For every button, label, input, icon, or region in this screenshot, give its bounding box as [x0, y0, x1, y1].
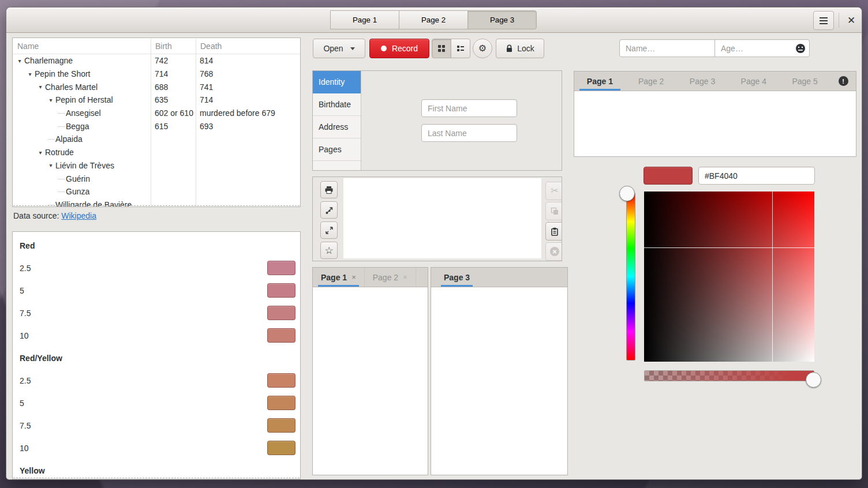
color-swatch-button[interactable]	[267, 441, 295, 455]
tab-label: Page 3	[444, 273, 470, 282]
expander-icon[interactable]	[25, 69, 35, 78]
palette-row: 10	[13, 324, 300, 347]
tree-cell-name: Willigarde de Bavière	[55, 200, 132, 207]
tree-row[interactable]: Alpaida	[13, 133, 300, 146]
tree-cell-death: 814	[196, 56, 300, 65]
tree-cell-death: 714	[196, 95, 300, 104]
settings-button[interactable]: ⚙	[473, 39, 492, 58]
sidebar-item[interactable]: Pages	[313, 138, 361, 161]
tree-row[interactable]: Begga 615 693	[13, 119, 300, 133]
notebook-tab[interactable]: Page 2	[626, 72, 677, 91]
tree-row[interactable]: Liévin de Trèves	[13, 159, 300, 172]
emoji-icon	[795, 43, 806, 54]
favorite-button[interactable]: ☆	[320, 242, 338, 259]
copy-button[interactable]	[545, 202, 562, 220]
tree-body: Charlemagne 742 814 Pepin the Short 714 …	[13, 54, 300, 207]
titlebar-tab[interactable]: Page 2	[399, 10, 468, 29]
color-swatch-button[interactable]	[267, 261, 295, 275]
notebook-tab[interactable]: Page 1	[574, 72, 626, 91]
notebook-tab[interactable]: Page 2 ×	[365, 268, 416, 287]
last-name-input[interactable]	[421, 124, 517, 142]
tree-row[interactable]: Charles Martel 688 741	[13, 80, 300, 93]
sidebar-item[interactable]: Address	[313, 116, 361, 138]
notebook-tab[interactable]: Page 4	[728, 72, 779, 91]
notebook-tab[interactable]: Page 3	[677, 72, 728, 91]
tree-cell-birth: 742	[151, 56, 196, 65]
expander-icon[interactable]	[46, 161, 55, 170]
notebook-tab[interactable]: Page 5	[779, 72, 830, 91]
open-button[interactable]: Open	[313, 39, 365, 58]
warning-icon: !	[839, 76, 848, 86]
expander-icon[interactable]	[57, 187, 66, 196]
color-swatch-button[interactable]	[267, 396, 295, 410]
alpha-slider[interactable]	[644, 370, 814, 381]
paste-icon	[551, 227, 559, 236]
expand-button[interactable]	[320, 222, 338, 239]
palette-row: 7.5	[13, 414, 300, 437]
send-to-button[interactable]	[320, 201, 338, 219]
wikipedia-link[interactable]: Wikipedia	[61, 211, 96, 220]
color-swatch-button[interactable]	[267, 373, 295, 388]
palette-row: 5	[13, 279, 300, 302]
send-to-icon	[325, 206, 334, 215]
sidebar-item[interactable]: Birthdate	[313, 93, 361, 116]
notebook-tab[interactable]: Page 1 ×	[313, 268, 365, 287]
record-button[interactable]: Record	[369, 39, 429, 58]
expander-icon[interactable]	[36, 82, 45, 92]
tree-row[interactable]: Pepin the Short 714 768	[13, 67, 300, 81]
list-view-toggle[interactable]	[451, 39, 470, 58]
hue-slider-handle[interactable]	[619, 186, 635, 201]
cut-icon: ✂	[551, 186, 558, 196]
expander-icon[interactable]	[46, 134, 55, 144]
name-input[interactable]	[619, 39, 715, 57]
column-header-name[interactable]: Name	[13, 38, 151, 54]
tab-close-icon[interactable]: ×	[403, 273, 407, 281]
tree-row[interactable]: Rotrude	[13, 146, 300, 159]
tree-row[interactable]: Gunza	[13, 185, 300, 198]
column-header-death[interactable]: Death	[196, 38, 300, 54]
first-name-input[interactable]	[421, 99, 517, 117]
notebook-tab[interactable]: Page 3	[436, 268, 478, 287]
alpha-slider-handle[interactable]	[806, 372, 821, 388]
hue-slider[interactable]	[626, 193, 635, 361]
saturation-value-plane[interactable]	[644, 192, 814, 362]
titlebar-tab[interactable]: Page 3	[467, 10, 537, 29]
color-swatch-button[interactable]	[267, 418, 295, 433]
hex-color-input[interactable]	[698, 167, 815, 185]
menu-button[interactable]	[813, 11, 834, 30]
clear-button[interactable]: ✕	[545, 242, 562, 261]
titlebar-tab-label: Page 1	[353, 16, 377, 24]
paste-button[interactable]	[545, 222, 562, 241]
expander-icon[interactable]	[36, 148, 45, 157]
tree-row[interactable]: Pepin of Herstal 635 714	[13, 93, 300, 107]
expander-icon[interactable]	[46, 200, 55, 207]
color-swatch-button[interactable]	[267, 306, 295, 320]
tree-row[interactable]: Guérin	[13, 172, 300, 185]
color-swatch-button[interactable]	[267, 328, 295, 343]
print-button[interactable]	[320, 181, 338, 198]
close-button[interactable]: ✕	[842, 12, 860, 28]
column-header-birth[interactable]: Birth	[151, 38, 196, 54]
text-view[interactable]	[343, 178, 541, 258]
grid-view-toggle[interactable]	[432, 39, 451, 58]
color-swatch-button[interactable]	[267, 283, 295, 298]
tree-row[interactable]: Ansegisel 602 or 610 murdered before 679	[13, 107, 300, 120]
sidebar-item[interactable]: Identity	[313, 71, 361, 93]
palette-value-label: 5	[20, 286, 267, 295]
dropdown-caret-icon	[350, 47, 355, 50]
current-color-swatch[interactable]	[643, 167, 693, 185]
expander-icon[interactable]	[15, 56, 24, 65]
sidebar-item-label: Pages	[319, 145, 342, 154]
emoji-chooser-button[interactable]	[795, 43, 806, 54]
lock-button[interactable]: Lock	[496, 39, 544, 58]
expander-icon[interactable]	[57, 174, 66, 183]
tree-indent	[13, 100, 46, 100]
expander-icon[interactable]	[57, 122, 66, 131]
titlebar-tab[interactable]: Page 1	[330, 10, 399, 29]
tab-close-icon[interactable]: ×	[351, 273, 356, 281]
expander-icon[interactable]	[57, 108, 66, 118]
tree-row[interactable]: Charlemagne 742 814	[13, 54, 300, 67]
expander-icon[interactable]	[46, 95, 55, 104]
palette-section-header: Yellow	[13, 459, 300, 479]
cut-button[interactable]: ✂	[545, 182, 562, 200]
